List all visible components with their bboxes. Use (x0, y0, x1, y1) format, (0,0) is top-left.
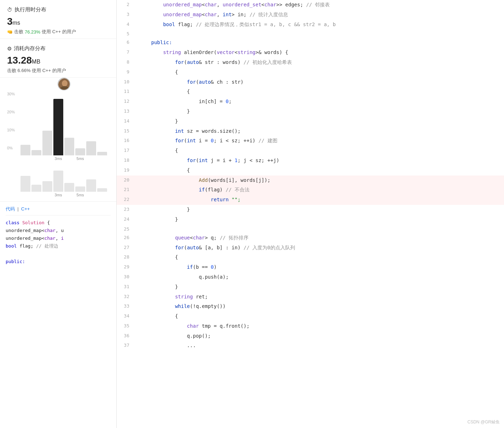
line-content: string ret; (135, 292, 504, 302)
bar2-item (42, 181, 52, 192)
line-number: 28 (117, 252, 135, 262)
line-content (135, 29, 504, 38)
bar2-label (97, 193, 107, 197)
line-content: while(!q.empty()) (135, 302, 504, 311)
code-line: 25 (117, 225, 504, 233)
line-number: 11 (117, 87, 135, 97)
line-content: for(auto& str : words) // 初始化入度哈希表 (135, 58, 504, 67)
code-line: 10 for(auto& ch : str) (117, 77, 504, 87)
line-content: } (135, 107, 504, 117)
line-number: 22 (117, 195, 135, 205)
code-editor[interactable]: 2 unordered_map<char, unordered_set<char… (117, 0, 504, 428)
right-panel: 2 unordered_map<char, unordered_set<char… (117, 0, 504, 428)
time-section: ⏱ 执行用时分布 3ms 🤜 击败 76.23% 使用 C++ 的用户 (0, 0, 116, 39)
code-line: 9 { (117, 67, 504, 77)
line-content (135, 225, 504, 233)
code-line: 15 int sz = words.size(); (117, 126, 504, 136)
line-number: 9 (117, 67, 135, 77)
line-number: 5 (117, 29, 135, 38)
line-number: 13 (117, 107, 135, 117)
bar-label (64, 156, 74, 161)
code-line: 33 while(!q.empty()) (117, 302, 504, 311)
memory-value: 13.28MB (7, 55, 109, 66)
line-number: 8 (117, 58, 135, 67)
line-number: 24 (117, 215, 135, 225)
code-line: 26 queue<char> q; // 拓扑排序 (117, 233, 504, 243)
code-line: 16 for(int i = 0; i < sz; ++i) // 建图 (117, 136, 504, 146)
bar2-label (86, 193, 96, 197)
bar-item (64, 138, 74, 155)
bar2-label (42, 193, 52, 197)
code-line: 21 if(flag) // 不合法 (117, 185, 504, 195)
line-number: 15 (117, 126, 135, 136)
bar-label: 5ms (75, 156, 85, 161)
code-line: 7 string alienOrder(vector<string>& word… (117, 48, 504, 58)
bar-label (31, 156, 41, 161)
code-line: 32 string ret; (117, 292, 504, 302)
bar-label (42, 156, 52, 161)
code-line: 34 { (117, 311, 504, 321)
y-axis-labels: 30% 20% 10% 0% (7, 92, 15, 150)
code-line: 24 } (117, 215, 504, 225)
code-line: 17 { (117, 146, 504, 156)
line-number: 30 (117, 272, 135, 282)
line-content: } (135, 117, 504, 126)
line-number: 25 (117, 225, 135, 233)
code-line: 29 if(b == 0) (117, 262, 504, 272)
bar-item (53, 99, 63, 155)
code-line: 30 q.push(a); (117, 272, 504, 282)
code-line: 6 public: (117, 38, 504, 48)
code-line: 14 } (117, 117, 504, 126)
line-content: public: (135, 38, 504, 48)
svg-point-1 (62, 80, 68, 87)
line-number: 20 (117, 176, 135, 185)
preview-line-6: public: (6, 258, 111, 266)
line-content: q.push(a); (135, 272, 504, 282)
line-number: 3 (117, 10, 135, 20)
line-content: unordered_map<char, int> in; // 统计入度信息 (135, 10, 504, 20)
line-content: string alienOrder(vector<string>& words)… (135, 48, 504, 58)
bar-item (31, 150, 41, 155)
bar-item (20, 145, 30, 155)
line-number: 7 (117, 48, 135, 58)
bar2-label (64, 193, 74, 197)
line-number: 34 (117, 311, 135, 321)
line-content: bool flag; // 处理边界情况，类似str1 = a, b, c &&… (135, 20, 504, 30)
line-content: queue<char> q; // 拓扑排序 (135, 233, 504, 243)
memory-beat-stat: 击败 6.66% 使用 C++ 的用户 (7, 67, 109, 74)
line-number: 17 (117, 146, 135, 156)
line-number: 33 (117, 302, 135, 311)
line-content: ... (135, 341, 504, 351)
line-number: 26 (117, 233, 135, 243)
line-content: unordered_map<char, unordered_set<char>>… (135, 0, 504, 10)
preview-line-2: unordered_map<char, u (6, 227, 111, 234)
line-content: int sz = words.size(); (135, 126, 504, 136)
time-chart: 30% 20% 10% 0% 3ms5ms (0, 78, 116, 161)
line-number: 4 (117, 20, 135, 30)
bar-item (42, 131, 52, 155)
watermark: CSDN @GR鲮鱼 (467, 419, 500, 425)
code-line: 37 ... (117, 341, 504, 351)
code-line: 8 for(auto& str : words) // 初始化入度哈希表 (117, 58, 504, 67)
bar2-label (20, 193, 30, 197)
line-content: if(b == 0) (135, 262, 504, 272)
line-number: 12 (117, 97, 135, 107)
line-number: 21 (117, 185, 135, 195)
line-number: 19 (117, 166, 135, 176)
bar-label (97, 156, 107, 161)
code-line: 20 Add(words[i], words[j]); (117, 176, 504, 185)
line-content: if(flag) // 不合法 (135, 185, 504, 195)
bar-item (75, 148, 85, 155)
line-number: 32 (117, 292, 135, 302)
line-number: 37 (117, 341, 135, 351)
time-title: ⏱ 执行用时分布 (7, 6, 109, 13)
code-line: 35 char tmp = q.front(); (117, 321, 504, 331)
bar-item (86, 141, 96, 155)
bar-item (97, 152, 107, 155)
bar-label (20, 156, 30, 161)
bar2-item (53, 171, 63, 192)
bar2-item (86, 179, 96, 192)
line-number: 36 (117, 331, 135, 341)
line-content: { (135, 166, 504, 176)
memory-section: ⚙ 消耗内存分布 13.28MB 击败 6.66% 使用 C++ 的用户 (0, 39, 116, 78)
